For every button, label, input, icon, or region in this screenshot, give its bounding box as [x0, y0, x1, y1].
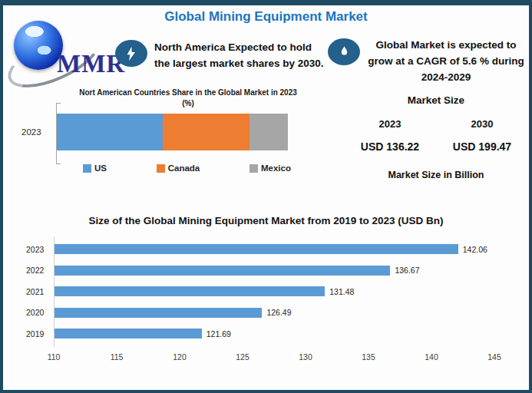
x-axis-tick-label: 125 [236, 352, 249, 362]
callout-line: grow at a CAGR of 5.6 % during [361, 53, 531, 69]
bar-value-label: 131.48 [329, 287, 354, 296]
bar [55, 266, 390, 276]
bar-category-label: 2020 [26, 308, 51, 317]
callout-cagr: Global Market is expected to grow at a C… [361, 37, 531, 85]
callout-line: Global Market is expected to [361, 37, 531, 53]
size-chart-title: Size of the Global Mining Equipment Mark… [3, 215, 529, 226]
bar-category-label: 2023 [26, 245, 51, 254]
stacked-segment-canada [163, 114, 249, 150]
callout-line: the largest market shares by 2030. [154, 55, 331, 71]
x-axis-tick-label: 130 [299, 352, 312, 362]
market-size-value-2023: USD 136.22 [344, 140, 436, 153]
x-axis-tick-label: 120 [173, 352, 187, 362]
x-axis-ticks: 110115120125130135140145 [54, 352, 494, 363]
stacked-segment-mexico [249, 114, 288, 150]
market-size-panel: Market Size 2023 2030 USD 136.22 USD 199… [344, 94, 528, 180]
market-size-year-2023: 2023 [344, 118, 436, 130]
share-chart-legend: US Canada Mexico [57, 163, 291, 173]
bar-value-label: 142.06 [463, 245, 487, 254]
bar-value-label: 136.67 [395, 266, 419, 275]
bar-row: 2020126.49 [55, 308, 292, 318]
bar-category-label: 2021 [26, 287, 51, 296]
market-size-values: USD 136.22 USD 199.47 [344, 140, 528, 153]
x-axis-tick-label: 140 [425, 352, 438, 362]
share-chart-category-label: 2023 [21, 127, 52, 137]
infographic-frame: Global Mining Equipment Market MMR North… [0, 0, 532, 393]
lightning-bolt-icon [115, 40, 147, 67]
callout-line: North America Expected to hold [154, 39, 331, 55]
company-logo: MMR [8, 16, 131, 79]
legend-item-canada: Canada [157, 163, 200, 173]
legend-label: Canada [168, 163, 200, 173]
share-chart-title: Nort American Countries Share in the Glo… [46, 88, 330, 109]
bar [55, 308, 262, 318]
bar-value-label: 126.49 [266, 308, 291, 317]
flame-icon [328, 38, 360, 65]
legend-item-mexico: Mexico [249, 163, 291, 173]
bar-row: 2022136.67 [55, 266, 420, 276]
x-axis-tick-label: 135 [362, 352, 375, 362]
bar-row: 2019121.69 [55, 329, 231, 339]
stacked-segment-us [57, 114, 163, 150]
mexico-swatch [249, 164, 258, 173]
bar-category-label: 2022 [26, 266, 51, 275]
market-size-value-2030: USD 199.47 [436, 140, 528, 153]
share-chart-subtitle: (%) [46, 98, 330, 109]
legend-item-us: US [83, 163, 107, 173]
market-size-years: 2023 2030 [344, 118, 528, 130]
bar [55, 286, 325, 296]
bar-row: 2023142.06 [55, 244, 487, 254]
canada-swatch [157, 164, 165, 173]
bar [55, 329, 202, 339]
x-axis-tick-label: 145 [487, 352, 501, 362]
bar-chart-plot: 2023142.062022136.672021131.482020126.49… [54, 236, 511, 347]
legend-label: US [94, 163, 107, 173]
stacked-bar [57, 114, 288, 150]
market-size-year-2030: 2030 [436, 118, 528, 130]
bar-category-label: 2019 [26, 329, 51, 339]
market-size-footnote: Market Size in Billion [344, 170, 528, 180]
callout-line: 2024-2029 [361, 69, 531, 85]
x-axis-tick-label: 115 [111, 352, 124, 362]
x-axis-tick-label: 110 [48, 352, 61, 362]
legend-label: Mexico [261, 163, 291, 173]
bar-value-label: 121.69 [207, 329, 231, 339]
market-size-heading: Market Size [344, 94, 528, 106]
us-swatch [83, 164, 91, 173]
bar [55, 244, 458, 254]
share-chart-title-line: Nort American Countries Share in the Glo… [46, 88, 330, 98]
bar-row: 2021131.48 [55, 286, 354, 296]
globe-icon [14, 21, 63, 70]
callout-north-america: North America Expected to hold the large… [154, 39, 331, 71]
